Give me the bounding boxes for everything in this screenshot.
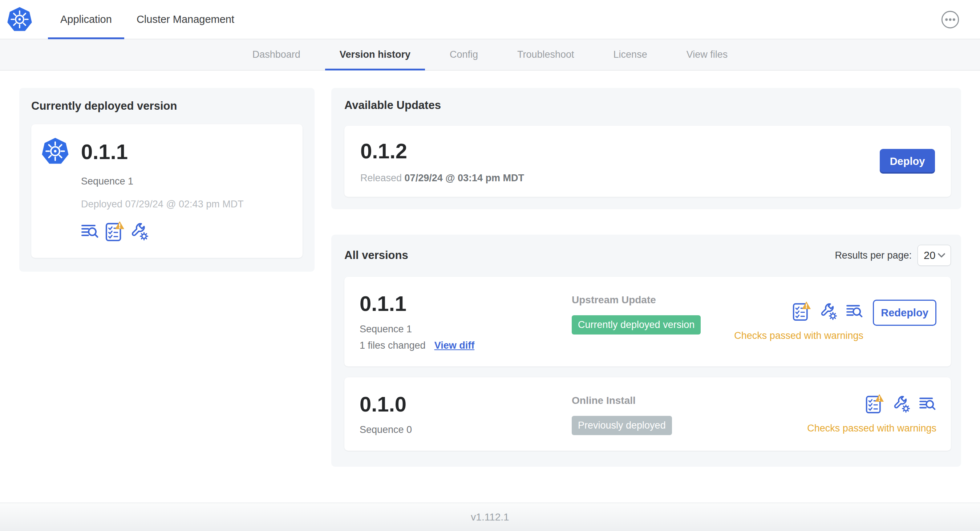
edit-config-button[interactable] — [130, 222, 149, 240]
footer: v1.112.1 — [0, 503, 980, 531]
subnav-tab-version-history[interactable]: Version history — [325, 39, 425, 70]
sub-nav: Dashboard Version history Config Trouble… — [0, 39, 980, 70]
top-tab-cluster-management[interactable]: Cluster Management — [124, 0, 247, 39]
update-info: 0.1.2 Released 07/29/24 @ 03:14 pm MDT — [360, 139, 524, 184]
version-info: 0.1.0 Sequence 0 — [360, 392, 572, 436]
main-content: Currently deployed version 0.1.1 Sequenc… — [0, 70, 980, 467]
released-date: 07/29/24 @ 03:14 pm MDT — [405, 173, 524, 183]
chevron-down-icon — [937, 253, 945, 258]
version-action-icons — [792, 301, 864, 321]
edit-config-button[interactable] — [820, 302, 837, 320]
version-row-0-1-1: 0.1.1 Sequence 1 1 files changed View di… — [344, 277, 951, 366]
version-actions: Checks passed with warnings Redeploy — [734, 301, 936, 342]
version-info: 0.1.1 Sequence 1 1 files changed View di… — [360, 291, 572, 351]
left-column: Currently deployed version 0.1.1 Sequenc… — [19, 88, 315, 467]
right-column: Available Updates 0.1.2 Released 07/29/2… — [331, 88, 961, 467]
checks-status-link[interactable]: Checks passed with warnings — [734, 330, 864, 342]
deployed-version-number: 0.1.1 — [81, 140, 128, 164]
version-source-col: Online Install Previously deployed — [572, 392, 672, 436]
deployed-version-details: Sequence 1 Deployed 07/29/24 @ 02:43 pm … — [81, 176, 292, 242]
top-tab-cluster-management-label: Cluster Management — [137, 13, 234, 25]
redeploy-button[interactable]: Redeploy — [873, 300, 936, 326]
version-row-0-1-0: 0.1.0 Sequence 0 Online Install Previous… — [344, 377, 951, 451]
view-logs-button[interactable] — [81, 224, 99, 239]
diff-lines-magnifier-icon — [846, 304, 864, 318]
subnav-tab-view-files[interactable]: View files — [672, 39, 743, 70]
version-action-icons — [865, 394, 936, 414]
update-released-line: Released 07/29/24 @ 03:14 pm MDT — [360, 173, 524, 184]
preflight-checks-button[interactable] — [105, 221, 124, 242]
status-badge: Currently deployed version — [572, 315, 701, 334]
results-per-page-value: 20 — [924, 250, 935, 261]
preflight-checklist-warning-icon — [865, 394, 884, 414]
console-version: v1.112.1 — [471, 511, 509, 523]
files-changed-text: 1 files changed — [360, 340, 426, 351]
preflight-checklist-warning-icon — [792, 301, 811, 321]
wrench-gear-icon — [130, 222, 149, 240]
currently-deployed-version-card: 0.1.1 Sequence 1 Deployed 07/29/24 @ 02:… — [31, 124, 302, 258]
deployed-timestamp: Deployed 07/29/24 @ 02:43 pm MDT — [81, 199, 292, 210]
results-per-page-label: Results per page: — [835, 250, 912, 261]
available-updates-card: Available Updates 0.1.2 Released 07/29/2… — [331, 88, 961, 209]
released-label: Released — [360, 173, 402, 183]
wrench-gear-icon — [893, 395, 910, 413]
deployed-version-actions — [81, 221, 292, 242]
results-per-page-select[interactable]: 20 — [918, 245, 951, 266]
version-sequence: Sequence 1 — [360, 324, 572, 335]
currently-deployed-card: Currently deployed version 0.1.1 Sequenc… — [19, 88, 315, 272]
checks-group: Checks passed with warnings — [734, 301, 864, 342]
version-source: Upstream Update — [572, 294, 701, 306]
files-changed-line: 1 files changed View diff — [360, 340, 572, 351]
preflight-checks-button[interactable] — [865, 394, 884, 414]
version-source: Online Install — [572, 395, 672, 406]
subnav-tab-license[interactable]: License — [599, 39, 662, 70]
view-diff-link[interactable]: View diff — [434, 340, 475, 351]
subnav-tab-dashboard[interactable]: Dashboard — [238, 39, 315, 70]
version-actions-col: Checks passed with warnings — [807, 392, 936, 436]
checks-status-link[interactable]: Checks passed with warnings — [807, 423, 936, 434]
version-number: 0.1.1 — [360, 291, 572, 316]
version-actions: Checks passed with warnings — [807, 394, 936, 434]
version-sequence: Sequence 0 — [360, 424, 572, 436]
ellipsis-icon — [941, 10, 960, 29]
all-versions-header: All versions Results per page: 20 — [344, 245, 951, 266]
version-actions-col: Checks passed with warnings Redeploy — [734, 291, 936, 351]
update-row: 0.1.2 Released 07/29/24 @ 03:14 pm MDT D… — [344, 126, 951, 197]
top-nav: Application Cluster Management — [0, 0, 980, 39]
deployed-version-header: 0.1.1 — [41, 137, 292, 165]
all-versions-card: All versions Results per page: 20 0.1.1 … — [331, 235, 961, 467]
status-badge: Previously deployed — [572, 416, 672, 435]
subnav-tab-config[interactable]: Config — [435, 39, 493, 70]
results-per-page: Results per page: 20 — [835, 245, 951, 266]
kubernetes-logo-icon — [6, 6, 33, 33]
available-updates-title: Available Updates — [344, 99, 951, 112]
diff-lines-magnifier-icon — [919, 397, 936, 411]
top-tab-application-label: Application — [60, 13, 112, 25]
preflight-checklist-warning-icon — [105, 221, 124, 242]
view-logs-button[interactable] — [846, 304, 864, 318]
preflight-checks-button[interactable] — [792, 301, 811, 321]
deploy-button[interactable]: Deploy — [880, 149, 935, 173]
all-versions-title: All versions — [344, 249, 408, 262]
top-tab-application[interactable]: Application — [48, 0, 124, 39]
subnav-tab-troubleshoot[interactable]: Troubleshoot — [503, 39, 589, 70]
version-number: 0.1.0 — [360, 392, 572, 416]
version-source-col: Upstream Update Currently deployed versi… — [572, 291, 701, 351]
deployed-sequence: Sequence 1 — [81, 176, 292, 187]
kubernetes-app-icon — [41, 137, 69, 165]
diff-lines-magnifier-icon — [81, 224, 99, 239]
checks-group: Checks passed with warnings — [807, 394, 936, 434]
update-version-number: 0.1.2 — [360, 139, 524, 163]
edit-config-button[interactable] — [893, 395, 910, 413]
more-menu-button[interactable] — [941, 10, 960, 29]
wrench-gear-icon — [820, 302, 837, 320]
currently-deployed-title: Currently deployed version — [31, 100, 302, 113]
view-logs-button[interactable] — [919, 397, 936, 411]
